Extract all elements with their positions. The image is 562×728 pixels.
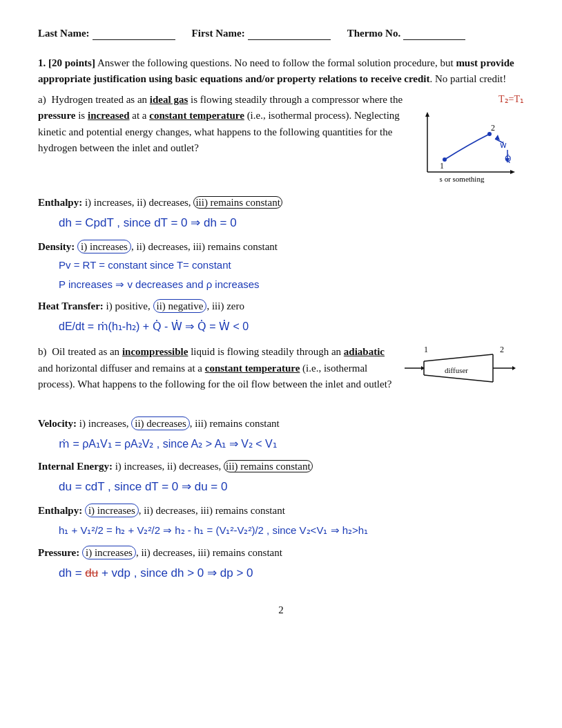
part-a: a) Hydrogen treated as an ideal gas is f…: [38, 92, 524, 336]
part-b: b) Oil treated as an incompressible liqu…: [38, 344, 524, 584]
pressure-b-options: i) increases, ii) decreases, iii) remain…: [82, 546, 282, 559]
part-a-row: a) Hydrogen treated as an ideal gas is f…: [38, 92, 524, 191]
enthalpy-b-options: i) increases, ii) decreases, iii) remain…: [85, 504, 285, 517]
svg-line-18: [424, 375, 493, 382]
enthalpy-b-hw: h₁ + V₁²/2 = h₂ + V₂²/2 ⇒ h₂ - h₁ = (V₁²…: [59, 521, 524, 539]
svg-text:1: 1: [424, 345, 428, 354]
q1-intro: 1. [20 points] Answer the following ques…: [38, 55, 524, 86]
first-name-label: First Name:: [192, 28, 245, 39]
enthalpy-section: Enthalpy: i) increases, ii) decreases, i…: [38, 195, 524, 211]
part-a-text: a) Hydrogen treated as an ideal gas is f…: [38, 92, 407, 156]
internal-energy-circled: iii) remains constant: [224, 460, 312, 472]
density-hw2: P increases ⇒ v decreases and ρ increase…: [59, 276, 524, 294]
enthalpy-label: Enthalpy:: [38, 197, 82, 208]
part-b-row: b) Oil treated as an incompressible liqu…: [38, 344, 524, 411]
diffuser-svg: 1 2: [403, 344, 524, 406]
enthalpy-circled: iii) remains constant: [193, 196, 282, 209]
question-1: 1. [20 points] Answer the following ques…: [38, 55, 524, 584]
velocity-label: Velocity:: [38, 418, 77, 429]
incompressible-text: incompressible: [122, 346, 188, 357]
enthalpy-options: i) increases, ii) decreases, iii) remain…: [85, 196, 282, 209]
pressure-text: pressure: [38, 110, 75, 121]
density-hw1: Pv = RT = constant since T= constant: [59, 257, 524, 274]
enthalpy-b-section: Enthalpy: i) increases, ii) decreases, i…: [38, 503, 524, 519]
thermo-label: Thermo No.: [347, 28, 401, 39]
enthalpy-handwritten: dh = CpdT , since dT = 0 ⇒ dh = 0: [59, 213, 524, 233]
svg-marker-3: [425, 112, 429, 117]
first-name-underline[interactable]: [248, 28, 331, 40]
header-row: Last Name: First Name: Thermo No.: [38, 28, 524, 40]
enthalpy-b-circled: i) increases: [85, 504, 139, 517]
internal-energy-hw: du = cdT , since dT = 0 ⇒ du = 0: [59, 477, 524, 497]
pressure-b-section: Pressure: i) increases, ii) decreases, i…: [38, 545, 524, 561]
part-a-diagram-area: T₂=T₁ s or something 1: [414, 92, 524, 191]
pressure-b-label: Pressure:: [38, 547, 79, 558]
q1-points: [20 points]: [48, 57, 95, 68]
const-temp-text-a: constant temperature: [149, 110, 244, 121]
const-temp-b-text: constant temperature: [205, 363, 300, 374]
compressor-diagram: s or something 1 2 ẇ Q̇: [414, 110, 517, 186]
svg-text:s or something: s or something: [440, 175, 485, 183]
svg-text:2: 2: [491, 123, 495, 133]
page-number: 2: [38, 604, 524, 616]
internal-energy-options: i) increases, ii) decreases, iii) remain…: [115, 460, 313, 472]
thermo-underline[interactable]: [403, 28, 465, 40]
internal-energy-section: Internal Energy: i) increases, ii) decre…: [38, 459, 524, 475]
diffuser-diagram-area: 1 2: [403, 344, 524, 411]
enthalpy-b-label: Enthalpy:: [38, 505, 82, 516]
density-circled: i) increases: [77, 240, 131, 253]
part-b-label: b): [38, 346, 47, 357]
density-label: Density:: [38, 241, 75, 252]
pressure-b-circled: i) increases: [82, 546, 136, 559]
density-options: i) increases, ii) decreases, iii) remain…: [77, 240, 278, 253]
velocity-circled: ii) decreases: [131, 416, 190, 430]
velocity-section: Velocity: i) increases, ii) decreases, i…: [38, 416, 524, 432]
svg-line-17: [424, 354, 493, 361]
adiabatic-text: adiabatic: [344, 346, 385, 357]
q1-number: 1.: [38, 57, 46, 68]
ideal-gas-text: ideal gas: [150, 94, 188, 105]
svg-text:1: 1: [440, 161, 444, 171]
velocity-options: i) increases, ii) decreases, iii) remain…: [79, 416, 280, 430]
svg-text:2: 2: [500, 345, 504, 354]
part-a-label: a): [38, 94, 46, 105]
heat-transfer-options: i) positive, ii) negative, iii) zero: [106, 299, 244, 313]
svg-marker-24: [512, 366, 516, 370]
t2t1-annotation: T₂=T₁: [414, 92, 524, 107]
heat-transfer-hw: dE/dt = ṁ(h₁-h₂) + Q̇ - Ẇ ⇒ Q̇ = Ẇ < 0: [59, 317, 524, 336]
heat-transfer-section: Heat Transfer: i) positive, ii) negative…: [38, 298, 524, 314]
part-b-text: b) Oil treated as an incompressible liqu…: [38, 344, 394, 392]
velocity-hw: ṁ = ρA₁V₁ = ρA₂V₂ , since A₂ > A₁ ⇒ V₂ <…: [59, 434, 524, 453]
last-name-underline[interactable]: [93, 28, 175, 40]
density-section: Density: i) increases, ii) decreases, ii…: [38, 239, 524, 255]
svg-marker-2: [510, 170, 515, 174]
pressure-b-hw: dh = du + vdp , since dh > 0 ⇒ dp > 0: [59, 564, 524, 584]
svg-text:diffuser: diffuser: [445, 366, 468, 374]
heat-transfer-label: Heat Transfer:: [38, 300, 104, 312]
last-name-label: Last Name:: [38, 28, 90, 39]
internal-energy-label: Internal Energy:: [38, 461, 113, 472]
heat-transfer-circled: ii) negative: [153, 299, 207, 313]
q1-text: Answer the following questions. No need …: [38, 57, 514, 84]
increased-text: increased: [88, 110, 130, 121]
